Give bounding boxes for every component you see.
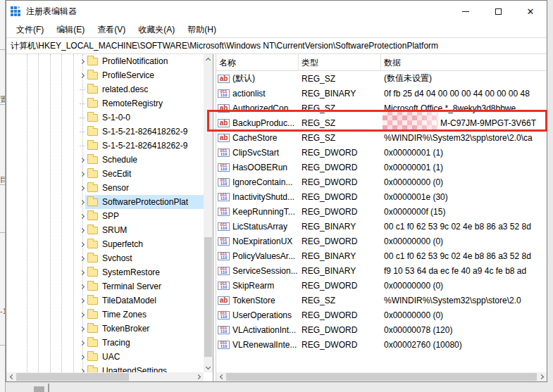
tree-item[interactable]: TileDataModel: [6, 293, 204, 308]
menu-item[interactable]: 帮助(H): [181, 24, 223, 36]
registry-value-row[interactable]: KeepRunningT... REG_DWORD 0x0000000f (15…: [216, 204, 547, 219]
tree-item[interactable]: Time Zones: [6, 308, 204, 322]
tree-item[interactable]: SPP: [6, 209, 204, 223]
tree-item[interactable]: Sensor: [6, 181, 204, 195]
expand-chevron-icon[interactable]: [78, 181, 87, 195]
tree-hscroll-thumb[interactable]: [16, 373, 129, 381]
registry-value-row[interactable]: VLActivationInt... REG_DWORD 0x00000078 …: [216, 322, 547, 337]
tree-item[interactable]: Svchost: [6, 251, 204, 265]
value-data: 0x00000001 (1): [381, 163, 547, 172]
expand-chevron-icon[interactable]: [78, 110, 87, 125]
registry-value-row[interactable]: PolicyValuesAr... REG_BINARY 00 c1 f0 62…: [216, 248, 547, 263]
expand-chevron-icon[interactable]: [78, 336, 87, 350]
tree-item[interactable]: ProfileService: [6, 68, 204, 82]
tree-item[interactable]: ProfileNotification: [6, 54, 204, 68]
registry-path: 计算机\HKEY_LOCAL_MACHINE\SOFTWARE\Microsof…: [11, 40, 438, 52]
expand-chevron-icon[interactable]: [78, 153, 87, 167]
tree-item[interactable]: UnattendSettings: [6, 364, 204, 372]
binary-value-icon: [218, 341, 230, 349]
registry-value-row[interactable]: VLRenewalInte... REG_DWORD 0x00002760 (1…: [216, 337, 547, 352]
expand-chevron-icon[interactable]: [78, 195, 87, 209]
expand-chevron-icon[interactable]: [78, 223, 87, 237]
scroll-right-icon[interactable]: [538, 372, 547, 381]
column-header-name[interactable]: 名称: [216, 54, 299, 71]
scroll-down-icon[interactable]: [204, 363, 213, 372]
maximize-icon[interactable]: [482, 1, 514, 22]
registry-value-row[interactable]: HasOOBERun REG_DWORD 0x00000001 (1): [216, 160, 547, 175]
value-type: REG_SZ: [299, 133, 381, 143]
scroll-left-icon[interactable]: [216, 372, 225, 381]
background-line: [0, 345, 6, 346]
tree-item[interactable]: TokenBroker: [6, 322, 204, 336]
registry-value-row[interactable]: actionlist REG_BINARY 0f fb 25 d4 04 00 …: [216, 86, 547, 101]
tree-item[interactable]: S-1-0-0: [6, 110, 204, 125]
folder-icon: [87, 128, 98, 136]
tree-item[interactable]: Superfetch: [6, 237, 204, 251]
tree-horizontal-scrollbar[interactable]: [6, 372, 204, 381]
expand-chevron-icon[interactable]: [78, 265, 87, 279]
address-bar[interactable]: 计算机\HKEY_LOCAL_MACHINE\SOFTWARE\Microsof…: [6, 37, 547, 54]
expand-chevron-icon[interactable]: [78, 251, 87, 265]
tree-item[interactable]: UAC: [6, 350, 204, 364]
registry-value-row[interactable]: BackupProduc... REG_SZ M-C97JM-9MPGT-3V6…: [216, 115, 547, 130]
expand-chevron-icon[interactable]: [78, 68, 87, 82]
expand-chevron-icon[interactable]: [78, 54, 87, 68]
list-hscroll-thumb[interactable]: [226, 373, 537, 381]
column-header-type[interactable]: 类型: [299, 54, 381, 71]
tree-item[interactable]: SecEdit: [6, 167, 204, 181]
registry-value-row[interactable]: LicStatusArray REG_BINARY 00 c1 f0 62 53…: [216, 219, 547, 234]
registry-value-row[interactable]: UserOperations REG_DWORD 0x00000000 (0): [216, 308, 547, 322]
scroll-left-icon[interactable]: [6, 372, 15, 381]
registry-value-row[interactable]: IgnoreContain... REG_DWORD 0x00000000 (0…: [216, 175, 547, 189]
registry-value-row[interactable]: NoExpirationUX REG_DWORD 0x00000000 (0): [216, 234, 547, 248]
expand-chevron-icon[interactable]: [78, 350, 87, 364]
registry-value-row[interactable]: InactivityShutd... REG_DWORD 0x0000001e …: [216, 189, 547, 204]
tree-item[interactable]: SRUM: [6, 223, 204, 237]
menu-item[interactable]: 查看(V): [91, 24, 132, 36]
expand-chevron-icon[interactable]: [78, 237, 87, 251]
expand-chevron-icon[interactable]: [78, 293, 87, 308]
tree-vscroll-thumb[interactable]: [204, 237, 212, 357]
expand-chevron-icon[interactable]: [78, 82, 87, 96]
tree-item[interactable]: S-1-5-21-826418262-9: [6, 125, 204, 139]
expand-chevron-icon[interactable]: [78, 209, 87, 223]
minimize-icon[interactable]: [449, 1, 482, 22]
registry-value-row[interactable]: TokenStore REG_SZ %WINDIR%\System32\spp\…: [216, 293, 547, 308]
registry-value-row[interactable]: AuthorizedCon... REG_SZ Microsoft.Office…: [216, 101, 547, 115]
registry-value-row[interactable]: ServiceSession... REG_BINARY f9 10 53 64…: [216, 263, 547, 278]
registry-value-row[interactable]: CacheStore REG_SZ %WINDIR%\System32\spp\…: [216, 130, 547, 145]
registry-value-row[interactable]: (默认) REG_SZ (数值未设置): [216, 71, 547, 86]
expand-chevron-icon[interactable]: [78, 308, 87, 322]
registry-value-row[interactable]: ClipSvcStart REG_DWORD 0x00000001 (1): [216, 145, 547, 160]
tree-item[interactable]: Schedule: [6, 153, 204, 167]
scroll-right-icon[interactable]: [194, 372, 204, 381]
menu-item[interactable]: 编辑(E): [50, 24, 91, 36]
expand-chevron-icon[interactable]: [78, 125, 87, 139]
menu-item[interactable]: 文件(F): [10, 24, 50, 36]
tree-vertical-scrollbar[interactable]: [204, 54, 213, 372]
expand-chevron-icon[interactable]: [78, 364, 87, 372]
registry-value-row[interactable]: SkipRearm REG_DWORD 0x00000000 (0): [216, 278, 547, 293]
list-horizontal-scrollbar[interactable]: [216, 372, 547, 381]
column-header-data[interactable]: 数据: [381, 54, 547, 71]
expand-chevron-icon[interactable]: [78, 279, 87, 293]
tree-item[interactable]: S-1-5-21-826418262-9: [6, 139, 204, 153]
tree-item[interactable]: Tracing: [6, 336, 204, 350]
tree-item[interactable]: RemoteRegistry: [6, 96, 204, 110]
tree-item[interactable]: SystemRestore: [6, 265, 204, 279]
scroll-up-icon[interactable]: [204, 54, 213, 63]
binary-value-icon: [218, 163, 230, 172]
tree-item[interactable]: Terminal Server: [6, 279, 204, 293]
tree-item[interactable]: related.desc: [6, 82, 204, 96]
value-name: VLActivationInt...: [232, 325, 296, 335]
expand-chevron-icon[interactable]: [78, 322, 87, 336]
expand-chevron-icon[interactable]: [78, 139, 87, 153]
value-type: REG_BINARY: [299, 222, 381, 232]
expand-chevron-icon[interactable]: [78, 96, 87, 110]
close-icon[interactable]: ✕: [514, 1, 547, 22]
title-bar[interactable]: 注册表编辑器 ✕: [6, 1, 547, 22]
tree-item[interactable]: SoftwareProtectionPlat: [6, 195, 204, 209]
expand-chevron-icon[interactable]: [78, 167, 87, 181]
value-name: AuthorizedCon...: [232, 103, 295, 113]
menu-item[interactable]: 收藏夹(A): [132, 24, 181, 36]
